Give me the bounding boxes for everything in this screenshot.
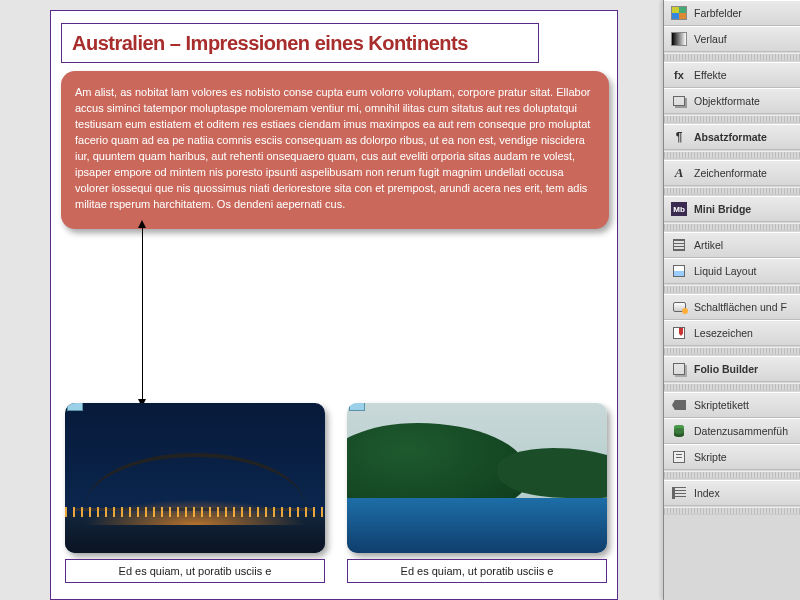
i-liquid-icon bbox=[670, 263, 688, 279]
panel-item-schaltfl-chen-und-f[interactable]: Schaltflächen und F bbox=[664, 294, 800, 320]
panel-label: Datenzusammenfüh bbox=[694, 425, 788, 437]
panel-grip[interactable] bbox=[664, 347, 800, 355]
panel-item-lesezeichen[interactable]: Lesezeichen bbox=[664, 320, 800, 346]
i-tag-icon bbox=[670, 397, 688, 413]
title-frame[interactable]: Australien – Impressionen eines Kontinen… bbox=[61, 23, 539, 63]
panel-icon: Mb bbox=[670, 201, 688, 217]
image-frame-1[interactable] bbox=[65, 403, 325, 553]
panel-grip[interactable] bbox=[664, 223, 800, 231]
i-index-icon bbox=[670, 485, 688, 501]
panel-item-mini-bridge[interactable]: MbMini Bridge bbox=[664, 196, 800, 222]
canvas-area[interactable]: Australien – Impressionen eines Kontinen… bbox=[0, 0, 663, 600]
panel-label: Objektformate bbox=[694, 95, 760, 107]
panel-icon: A bbox=[670, 165, 688, 181]
panel-label: Index bbox=[694, 487, 720, 499]
panel-grip[interactable] bbox=[664, 115, 800, 123]
caption-text-1: Ed es quiam, ut poratib usciis e bbox=[119, 565, 272, 577]
panel-dock: FarbfelderVerlauffxEffekteObjektformate¶… bbox=[663, 0, 800, 600]
panel-label: Liquid Layout bbox=[694, 265, 756, 277]
panel-grip[interactable] bbox=[664, 507, 800, 515]
panel-item-objektformate[interactable]: Objektformate bbox=[664, 88, 800, 114]
frame-marker-icon bbox=[67, 403, 83, 411]
panel-item-skripte[interactable]: Skripte bbox=[664, 444, 800, 470]
i-bookmark-icon bbox=[670, 325, 688, 341]
panel-label: Farbfelder bbox=[694, 7, 742, 19]
panel-label: Mini Bridge bbox=[694, 203, 751, 215]
panel-item-artikel[interactable]: Artikel bbox=[664, 232, 800, 258]
panel-item-datenzusammenf-h[interactable]: Datenzusammenfüh bbox=[664, 418, 800, 444]
panel-icon: fx bbox=[670, 67, 688, 83]
frame-marker-icon bbox=[349, 403, 365, 411]
panel-grip[interactable] bbox=[664, 383, 800, 391]
panel-item-zeichenformate[interactable]: AZeichenformate bbox=[664, 160, 800, 186]
panel-grip[interactable] bbox=[664, 471, 800, 479]
intro-text: Am alist, as nobitat lam volores es nobi… bbox=[75, 85, 595, 213]
caption-text-2: Ed es quiam, ut poratib usciis e bbox=[401, 565, 554, 577]
intro-frame[interactable]: Am alist, as nobitat lam volores es nobi… bbox=[61, 71, 609, 229]
panel-label: Lesezeichen bbox=[694, 327, 753, 339]
panel-item-liquid-layout[interactable]: Liquid Layout bbox=[664, 258, 800, 284]
spacing-arrow bbox=[142, 226, 143, 401]
i-script-icon bbox=[670, 449, 688, 465]
caption-frame-1[interactable]: Ed es quiam, ut poratib usciis e bbox=[65, 559, 325, 583]
panel-grip[interactable] bbox=[664, 53, 800, 61]
panel-item-skriptetikett[interactable]: Skriptetikett bbox=[664, 392, 800, 418]
panel-item-verlauf[interactable]: Verlauf bbox=[664, 26, 800, 52]
panel-grip[interactable] bbox=[664, 285, 800, 293]
panel-grip[interactable] bbox=[664, 151, 800, 159]
panel-grip[interactable] bbox=[664, 187, 800, 195]
panel-icon: ¶ bbox=[670, 129, 688, 145]
panel-item-folio-builder[interactable]: Folio Builder bbox=[664, 356, 800, 382]
panel-item-absatzformate[interactable]: ¶Absatzformate bbox=[664, 124, 800, 150]
panel-item-farbfelder[interactable]: Farbfelder bbox=[664, 0, 800, 26]
i-swatches-icon bbox=[670, 5, 688, 21]
panel-item-index[interactable]: Index bbox=[664, 480, 800, 506]
panel-label: Folio Builder bbox=[694, 363, 758, 375]
image-frame-2[interactable] bbox=[347, 403, 607, 553]
panel-label: Schaltflächen und F bbox=[694, 301, 787, 313]
i-gradient-icon bbox=[670, 31, 688, 47]
panel-label: Zeichenformate bbox=[694, 167, 767, 179]
page-title: Australien – Impressionen eines Kontinen… bbox=[72, 32, 468, 55]
i-article-icon bbox=[670, 237, 688, 253]
i-obj-icon bbox=[670, 93, 688, 109]
panel-label: Verlauf bbox=[694, 33, 727, 45]
panel-label: Skripte bbox=[694, 451, 727, 463]
caption-frame-2[interactable]: Ed es quiam, ut poratib usciis e bbox=[347, 559, 607, 583]
panel-label: Absatzformate bbox=[694, 131, 767, 143]
panel-item-effekte[interactable]: fxEffekte bbox=[664, 62, 800, 88]
panel-label: Artikel bbox=[694, 239, 723, 251]
i-folio-icon bbox=[670, 361, 688, 377]
i-db-icon bbox=[670, 423, 688, 439]
document-page[interactable]: Australien – Impressionen eines Kontinen… bbox=[50, 10, 618, 600]
workspace: Australien – Impressionen eines Kontinen… bbox=[0, 0, 800, 600]
panel-label: Skriptetikett bbox=[694, 399, 749, 411]
panel-label: Effekte bbox=[694, 69, 727, 81]
i-btn-icon bbox=[670, 299, 688, 315]
